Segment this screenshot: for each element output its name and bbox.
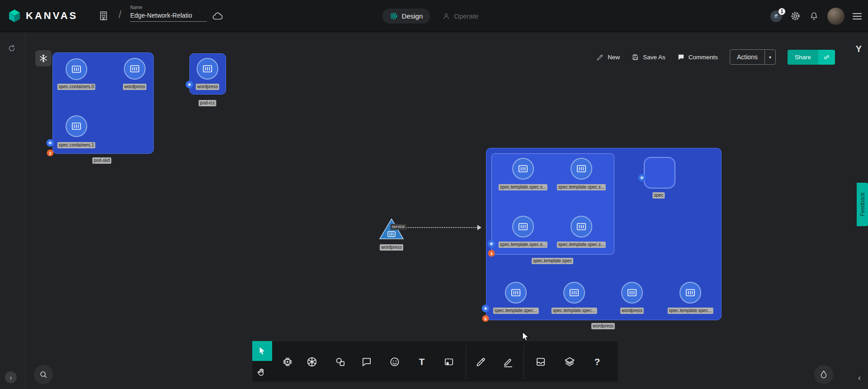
shapes-tool[interactable]: [335, 356, 346, 368]
container-icon: [202, 63, 213, 75]
edge-arrowhead: [477, 225, 481, 230]
frame-tool[interactable]: [443, 356, 455, 368]
container-icon: [568, 287, 580, 299]
pan-tool[interactable]: [256, 367, 267, 378]
chevron-left-icon: ‹: [858, 373, 861, 382]
node-bottom-2[interactable]: [621, 282, 643, 304]
node-label: wordpress: [123, 84, 146, 90]
share-button[interactable]: Share: [788, 50, 818, 65]
magnifier-icon: [38, 370, 48, 380]
snapshot-snowflake-button[interactable]: [35, 50, 52, 66]
droplet-icon: [819, 370, 829, 380]
node-spec-containers-0[interactable]: [66, 58, 87, 80]
container-icon: [684, 287, 696, 299]
user-avatar[interactable]: [827, 8, 844, 25]
text-tool-icon: T: [419, 356, 425, 367]
error-count-badge: 2: [47, 150, 54, 157]
text-tool[interactable]: T: [419, 356, 425, 367]
actions-button[interactable]: Actions: [730, 50, 764, 64]
kubernetes-badge-icon: [488, 240, 495, 248]
hand-icon: [256, 367, 267, 378]
feedback-tab[interactable]: Feedback: [857, 183, 868, 226]
snowflake-icon: [38, 53, 48, 63]
node-template-spec-3[interactable]: [571, 216, 592, 237]
node-wordpress-2[interactable]: [197, 58, 218, 80]
collapse-right-panel-button[interactable]: ‹: [858, 373, 861, 383]
node-template-spec-1[interactable]: [571, 158, 592, 180]
refresh-icon[interactable]: [7, 44, 16, 53]
sticker-icon: [389, 356, 401, 368]
expand-left-panel-button[interactable]: ›: [5, 371, 17, 383]
components-tool[interactable]: [282, 356, 293, 368]
cloud-sync-icon[interactable]: [212, 10, 223, 22]
zoom-button[interactable]: [34, 365, 53, 384]
node-bottom-3[interactable]: [679, 282, 701, 304]
operate-person-icon: [442, 12, 450, 20]
sticker-tool[interactable]: [389, 356, 401, 368]
notifications-bell-icon[interactable]: [809, 11, 819, 21]
help-tool[interactable]: ?: [594, 356, 600, 367]
design-gear-icon: [390, 12, 398, 20]
node-template-spec-0[interactable]: [512, 158, 534, 180]
edit-tool[interactable]: [502, 356, 514, 368]
comment-tool[interactable]: [361, 356, 373, 368]
group-label: wordpress: [591, 323, 615, 329]
select-tool[interactable]: [252, 341, 272, 361]
comment-icon: [677, 53, 685, 61]
share-split-button: Share: [788, 50, 835, 65]
drawer-tool[interactable]: [535, 356, 547, 368]
dock-separator: [466, 345, 466, 379]
settings-gear-icon[interactable]: [790, 11, 801, 21]
layers-icon: [564, 356, 576, 368]
node-spec-containers-1[interactable]: [66, 115, 87, 137]
tab-operate[interactable]: Operate: [434, 9, 486, 24]
error-count-badge: 5: [482, 315, 489, 322]
design-canvas[interactable]: New Save As Comments Actions ▾ Share: [0, 32, 868, 389]
node-template-spec-2[interactable]: [512, 216, 534, 237]
actions-split-button: Actions ▾: [730, 49, 776, 65]
ink-drop-button[interactable]: [814, 365, 833, 384]
node-label: wordpress: [620, 308, 644, 314]
copy-link-button[interactable]: [818, 50, 835, 65]
node-label: spec.template.spec...: [552, 308, 597, 314]
group-spec-template-spec[interactable]: [491, 153, 614, 255]
tab-design-label: Design: [402, 12, 423, 20]
comment-bubble-icon: [361, 356, 373, 368]
container-icon: [626, 287, 638, 299]
node-label: spec.template.spec.s...: [557, 184, 606, 190]
pencil-icon: [475, 356, 487, 368]
new-label: New: [608, 54, 620, 61]
cloud-profile-icon[interactable]: 1: [770, 10, 782, 22]
service-edge: [404, 227, 477, 228]
tab-operate-label: Operate: [454, 12, 478, 20]
layers-tool[interactable]: [564, 356, 576, 368]
new-button[interactable]: New: [596, 53, 620, 61]
pencil-tool[interactable]: [475, 356, 487, 368]
kanvas-logo[interactable]: KANVAS: [7, 9, 78, 23]
canvas-action-bar: New Save As Comments Actions ▾ Share: [596, 49, 835, 65]
kubernetes-tool[interactable]: [306, 356, 318, 368]
hamburger-menu-icon[interactable]: [853, 13, 862, 19]
comments-button[interactable]: Comments: [677, 53, 718, 61]
error-count-badge: 3: [488, 250, 495, 257]
node-wordpress-1[interactable]: [124, 58, 146, 80]
actions-dropdown-caret[interactable]: ▾: [764, 50, 775, 64]
left-rail: [0, 32, 25, 389]
node-bottom-0[interactable]: [505, 282, 527, 304]
chevron-right-icon: ›: [10, 374, 12, 381]
node-label: wordpress: [380, 244, 403, 251]
node-label: spec.template.spec.s...: [499, 184, 547, 190]
organization-icon[interactable]: [98, 10, 109, 22]
design-name-label: Name: [130, 5, 207, 10]
kubernetes-wheel-icon: [306, 356, 318, 368]
cursor-icon: [257, 346, 267, 356]
design-name-field: Name: [130, 5, 207, 22]
tab-design[interactable]: Design: [382, 9, 430, 24]
design-name-input[interactable]: [130, 10, 207, 22]
node-spec[interactable]: [644, 157, 675, 189]
app-header: KANVAS / Name Design Operate 1: [0, 0, 868, 32]
kubernetes-badge-icon: [638, 174, 646, 182]
save-as-button[interactable]: Save As: [632, 53, 665, 61]
node-label: spec.template.spec...: [493, 308, 539, 314]
node-bottom-1[interactable]: [563, 282, 585, 304]
